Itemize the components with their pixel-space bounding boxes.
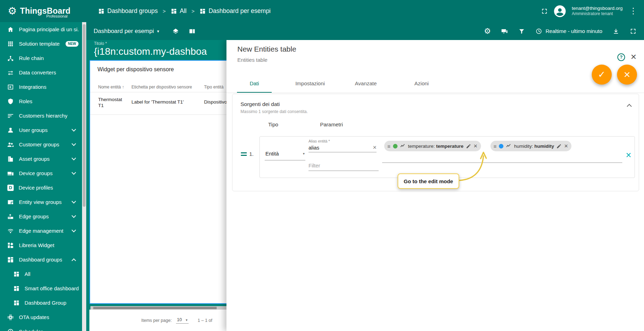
- person-icon: [7, 127, 14, 134]
- column-header-entity-type[interactable]: Tipo entità: [204, 85, 224, 90]
- tab-avanzate[interactable]: Avanzate: [338, 74, 394, 93]
- sidebar-item-solution-templates[interactable]: Solution templates NEW: [0, 37, 82, 51]
- breadcrumb-all[interactable]: All: [171, 7, 187, 15]
- drag-handle-icon[interactable]: [241, 152, 247, 157]
- tab-dati[interactable]: Dati: [226, 74, 282, 93]
- caret-down-icon: ▾: [186, 318, 188, 322]
- data-key-chip-humidity[interactable]: ≡ humidity: humidity ×: [490, 141, 571, 151]
- tab-impostazioni[interactable]: Impostazioni: [282, 74, 338, 93]
- wifi-icon: [7, 227, 14, 234]
- drag-handle-icon[interactable]: ≡: [387, 143, 391, 149]
- sidebar-item-entity-view-groups[interactable]: Entity view groups: [0, 195, 82, 209]
- key-label: temperature: temperature: [408, 144, 463, 149]
- entity-alias-input[interactable]: [309, 145, 371, 151]
- column-header-label[interactable]: Etichetta per dispositivo sensore: [131, 85, 192, 90]
- transform-icon: [7, 69, 14, 76]
- chevron-down-icon: [72, 127, 76, 132]
- collapse-chevron-icon[interactable]: [627, 104, 632, 109]
- breadcrumb-label: Dashboard groups: [107, 7, 158, 15]
- close-icon[interactable]: ×: [631, 51, 636, 62]
- remove-key-icon[interactable]: ×: [564, 143, 568, 149]
- sidebar-item-edge-management[interactable]: Edge management: [0, 224, 82, 238]
- horizontal-scrollbar-thumb[interactable]: [93, 307, 217, 309]
- sidebar-scrollbar-thumb[interactable]: [83, 24, 86, 207]
- page-size-select[interactable]: 10 ▾: [176, 317, 189, 324]
- sidebar-item-home[interactable]: Pagina principale di un si...: [0, 22, 82, 37]
- sidebar-item-data-converters[interactable]: Data converters: [0, 65, 82, 80]
- dashboard-title-button[interactable]: Dashboard per esempi ▾: [94, 28, 159, 35]
- clear-icon[interactable]: ×: [371, 144, 377, 151]
- view-quilt-icon: [7, 199, 14, 206]
- breadcrumb-dashboard-groups[interactable]: Dashboard groups: [98, 7, 158, 15]
- cell-entity-name[interactable]: Thermostat T1: [98, 97, 127, 108]
- horizontal-scrollbar[interactable]: [90, 306, 226, 310]
- dashboard-settings-icon[interactable]: ⚙: [484, 27, 491, 35]
- drag-handle-icon[interactable]: ≡: [494, 143, 497, 149]
- sidebar-item-all-dashboards[interactable]: All: [0, 267, 82, 281]
- cell-entity-type[interactable]: Dispositivo: [204, 99, 227, 105]
- sidebar-item-device-profiles[interactable]: D Device profiles: [0, 180, 82, 195]
- widgets-icon: [7, 242, 14, 249]
- dashboard-group-icon: [171, 8, 177, 14]
- tab-azioni[interactable]: Azioni: [394, 74, 449, 93]
- sort-asc-icon: ↑: [122, 85, 124, 90]
- edit-pencil-icon[interactable]: [466, 144, 471, 149]
- edit-pencil-icon[interactable]: [556, 144, 562, 149]
- filter-input[interactable]: [309, 163, 379, 168]
- sidebar-item-widget-library[interactable]: Libreria Widget: [0, 238, 82, 252]
- people-icon: [7, 141, 14, 148]
- devices-icon: [7, 170, 14, 177]
- sidebar-item-dashboard-groups[interactable]: Dashboard groups: [0, 252, 82, 267]
- user-info[interactable]: tenant@thingsboard.org Amministratore te…: [572, 5, 623, 17]
- data-key-chip-temperature[interactable]: ≡ temperature: temperature ×: [384, 141, 481, 151]
- sidebar-item-smart-office-dashboards[interactable]: Smart office dashboards: [0, 281, 82, 296]
- sidebar-item-scheduler[interactable]: Scheduler: [0, 324, 82, 331]
- chevron-down-icon: [72, 156, 76, 160]
- more-menu-icon[interactable]: ⋮: [628, 6, 639, 16]
- cell-entity-label[interactable]: Label for 'Thermostat T1': [131, 99, 184, 105]
- dashboard-title-field[interactable]: {i18n:custom.my-dashboa: [94, 46, 207, 57]
- sidebar-scrollbar[interactable]: [82, 22, 86, 331]
- help-icon[interactable]: ?: [617, 53, 625, 61]
- sidebar-item-customers-hierarchy[interactable]: Customers hierarchy: [0, 108, 82, 123]
- brand-logo[interactable]: ⚙ ThingsBoard Professional: [0, 0, 82, 22]
- datasource-type-select[interactable]: Entità ▾: [265, 151, 305, 160]
- download-icon[interactable]: [612, 28, 619, 35]
- sidebar-item-customer-groups[interactable]: Customer groups: [0, 137, 82, 152]
- column-header-entity-name[interactable]: Nome entità ↑: [98, 85, 124, 90]
- dashboard-group-icon: [199, 8, 206, 14]
- sidebar-item-roles[interactable]: Roles: [0, 94, 82, 108]
- sidebar-item-device-groups[interactable]: Device groups: [0, 166, 82, 180]
- hierarchy-icon: [7, 112, 14, 119]
- cancel-changes-fab[interactable]: ×: [617, 65, 637, 85]
- toolbar-left-icons: [172, 28, 196, 35]
- remove-key-icon[interactable]: ×: [474, 143, 477, 149]
- breadcrumb-label: Dashboard per esempi: [209, 7, 271, 15]
- sidebar-item-edge-groups[interactable]: Edge groups: [0, 209, 82, 224]
- breadcrumb-current-dashboard[interactable]: Dashboard per esempi: [199, 7, 271, 15]
- datasource-index: 1.: [249, 151, 254, 157]
- filter-icon[interactable]: [518, 28, 525, 35]
- layers-icon[interactable]: [172, 28, 179, 35]
- sidebar-item-rule-chain[interactable]: Rule chain: [0, 51, 82, 65]
- manage-layouts-icon[interactable]: [501, 28, 508, 35]
- home-icon: [7, 26, 14, 33]
- sidebar-item-dashboard-group[interactable]: Dashboard Group: [0, 296, 82, 310]
- sidebar-item-asset-groups[interactable]: Asset groups: [0, 152, 82, 166]
- apply-changes-fab[interactable]: ✓: [592, 65, 612, 85]
- rule-chain-icon: [7, 55, 14, 62]
- sidebar-item-user-groups[interactable]: User groups: [0, 123, 82, 137]
- dashboard-group-icon: [13, 300, 20, 306]
- data-keys-input[interactable]: ≡ temperature: temperature × ≡ humidity:…: [382, 137, 622, 163]
- topbar-actions: tenant@thingsboard.org Amministratore te…: [541, 4, 644, 18]
- fullscreen-icon[interactable]: [541, 8, 548, 15]
- timewindow-button[interactable]: Realtime - ultimo minuto: [535, 28, 602, 35]
- chevron-down-icon: [72, 213, 76, 218]
- remove-datasource-icon[interactable]: ×: [626, 151, 631, 160]
- sidebar-item-integrations[interactable]: Integrations: [0, 80, 82, 94]
- fullscreen-icon[interactable]: [630, 28, 637, 35]
- widget-pagination-footer: Items per page: 10 ▾ 1 – 1 of: [89, 310, 226, 331]
- sidebar-item-ota-updates[interactable]: OTA updates: [0, 310, 82, 324]
- avatar[interactable]: [553, 4, 567, 18]
- layout-columns-icon[interactable]: [189, 28, 196, 35]
